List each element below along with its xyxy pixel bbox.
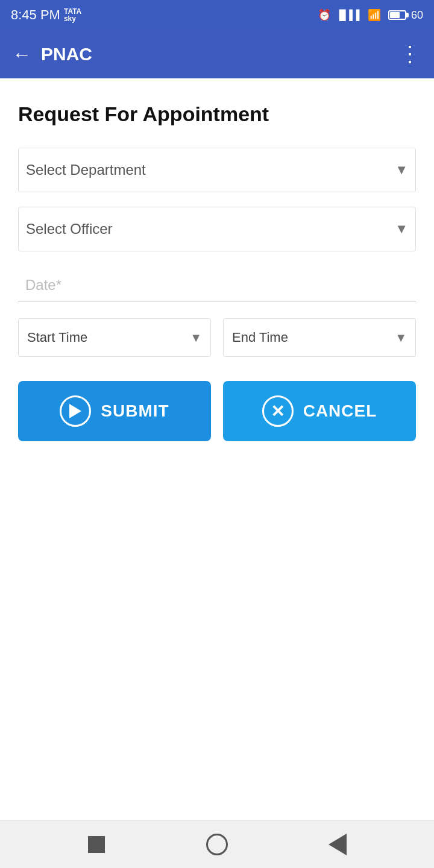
officer-chevron-icon: ▼: [395, 221, 408, 237]
app-title: PNAC: [41, 44, 399, 64]
back-button[interactable]: ←: [12, 43, 31, 66]
battery-percent: 60: [411, 9, 423, 22]
battery-fill: [390, 12, 400, 18]
appointment-form: Select Department ▼ Select Officer ▼ Sta…: [18, 148, 416, 441]
time-row: Start Time ▼ End Time ▼: [18, 318, 416, 357]
battery-icon: [388, 10, 406, 20]
app-bar: ← PNAC ⋮: [0, 30, 434, 78]
nav-bar: [0, 820, 434, 868]
back-icon: [329, 834, 347, 855]
nav-recent-button[interactable]: [82, 830, 111, 859]
officer-label: Select Officer: [26, 221, 113, 237]
signal-icons: ▐▌▌▌: [336, 10, 363, 20]
wifi-icon: 📶: [368, 8, 381, 22]
menu-button[interactable]: ⋮: [399, 42, 422, 67]
start-time-chevron-icon: ▼: [190, 331, 202, 345]
end-time-label: End Time: [232, 330, 288, 345]
start-time-label: Start Time: [27, 330, 87, 345]
nav-back-button[interactable]: [323, 830, 352, 859]
page-title: Request For Appointment: [18, 102, 416, 126]
alarm-icon: ⏰: [318, 8, 331, 22]
cancel-button[interactable]: ✕ CANCEL: [223, 381, 416, 441]
content-area: Request For Appointment Select Departmen…: [0, 78, 434, 820]
nav-home-button[interactable]: [203, 830, 231, 859]
button-row: SUBMIT ✕ CANCEL: [18, 381, 416, 441]
submit-button[interactable]: SUBMIT: [18, 381, 211, 441]
status-bar-right: ⏰ ▐▌▌▌ 📶 60: [318, 8, 423, 22]
status-bar-left: 8:45 PM TATAsky: [11, 7, 81, 23]
submit-icon: [60, 395, 91, 427]
officer-dropdown[interactable]: Select Officer ▼: [18, 207, 416, 251]
date-input[interactable]: [18, 266, 416, 301]
department-label: Select Department: [26, 162, 146, 178]
end-time-chevron-icon: ▼: [395, 331, 407, 345]
status-bar: 8:45 PM TATAsky ⏰ ▐▌▌▌ 📶 60: [0, 0, 434, 30]
arrow-icon: [69, 404, 81, 418]
department-chevron-icon: ▼: [395, 162, 408, 178]
home-icon: [206, 834, 228, 855]
end-time-dropdown[interactable]: End Time ▼: [223, 318, 416, 357]
start-time-dropdown[interactable]: Start Time ▼: [18, 318, 211, 357]
department-dropdown[interactable]: Select Department ▼: [18, 148, 416, 192]
status-time: 8:45 PM: [11, 7, 60, 23]
recent-apps-icon: [88, 836, 105, 853]
submit-label: SUBMIT: [101, 401, 169, 421]
cancel-label: CANCEL: [303, 401, 377, 421]
cancel-icon: ✕: [262, 395, 294, 427]
x-icon: ✕: [271, 401, 285, 421]
carrier-label: TATAsky: [64, 8, 81, 22]
